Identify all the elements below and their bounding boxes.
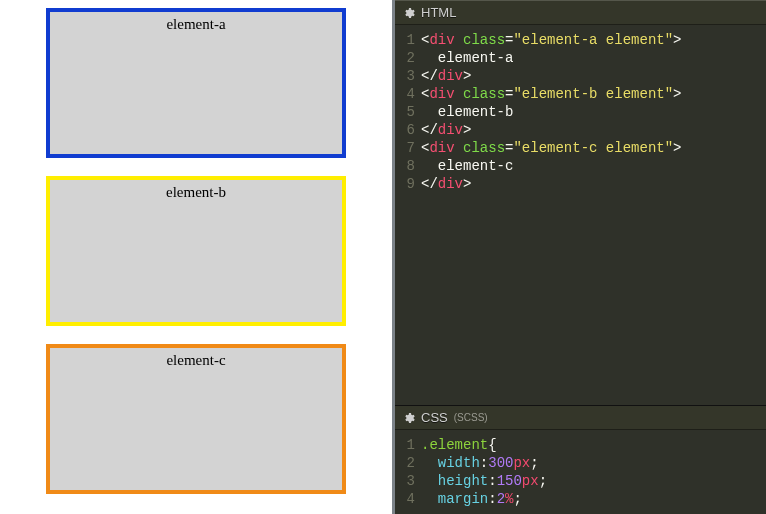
preview-pane: element-a element-b element-c <box>0 0 395 514</box>
preview-element-b-label: element-b <box>166 184 226 200</box>
html-gutter: 123456789 <box>395 25 419 199</box>
css-tab-sublabel: (SCSS) <box>454 412 488 423</box>
css-code[interactable]: .element{ width:300px; height:150px; mar… <box>419 430 553 514</box>
preview-element-c: element-c <box>46 344 346 494</box>
css-tab[interactable]: CSS (SCSS) <box>395 406 766 430</box>
html-tab[interactable]: HTML <box>395 1 766 25</box>
preview-element-a-label: element-a <box>166 16 225 32</box>
preview-element-b: element-b <box>46 176 346 326</box>
html-tab-label: HTML <box>421 5 456 20</box>
html-editor: HTML 123456789 <div class="element-a ele… <box>395 0 766 405</box>
editors-column: HTML 123456789 <div class="element-a ele… <box>395 0 766 514</box>
css-gutter: 1234 <box>395 430 419 514</box>
css-editor: CSS (SCSS) 1234 .element{ width:300px; h… <box>395 405 766 514</box>
html-code-area[interactable]: 123456789 <div class="element-a element"… <box>395 25 766 199</box>
preview-element-a: element-a <box>46 8 346 158</box>
html-code[interactable]: <div class="element-a element"> element-… <box>419 25 688 199</box>
preview-element-c-label: element-c <box>166 352 225 368</box>
css-tab-label: CSS <box>421 410 448 425</box>
gear-icon[interactable] <box>403 7 415 19</box>
css-code-area[interactable]: 1234 .element{ width:300px; height:150px… <box>395 430 766 514</box>
gear-icon[interactable] <box>403 412 415 424</box>
